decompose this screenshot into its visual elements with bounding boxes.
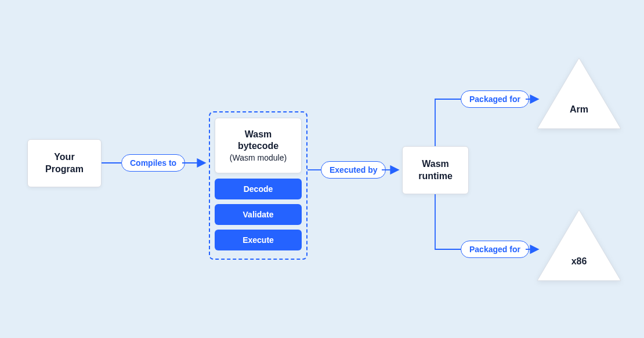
text: Program	[45, 163, 84, 176]
text: Packaged for	[469, 95, 520, 104]
edge-packaged-for-x86: Packaged for	[461, 241, 529, 258]
edge-compiles-to: Compiles to	[121, 154, 185, 172]
svg-marker-0	[537, 58, 621, 129]
node-wasm-bytecode: Wasm bytecode (Wasm module)	[215, 118, 302, 173]
text: runtime	[418, 170, 453, 183]
node-target-arm	[535, 56, 623, 133]
text: Your	[54, 151, 74, 163]
text-x86: x86	[556, 256, 602, 267]
step-validate: Validate	[215, 204, 302, 225]
edge-packaged-for-arm: Packaged for	[461, 90, 529, 108]
text: Execute	[243, 235, 274, 245]
text: Validate	[243, 210, 274, 219]
text: (Wasm module)	[230, 153, 287, 162]
text: Wasm	[422, 158, 449, 170]
text-arm: Arm	[556, 104, 602, 115]
step-decode: Decode	[215, 179, 302, 199]
svg-marker-1	[537, 210, 621, 281]
text: Executed by	[330, 165, 377, 175]
text: Packaged for	[469, 245, 520, 254]
node-your-program: Your Program	[27, 139, 102, 187]
text: Decode	[244, 184, 273, 194]
node-wasm-runtime: Wasm runtime	[402, 146, 469, 194]
edge-executed-by: Executed by	[321, 161, 386, 179]
text: bytecode	[238, 140, 278, 152]
node-target-x86	[535, 208, 623, 285]
step-execute: Execute	[215, 230, 302, 250]
text: Compiles to	[130, 158, 176, 168]
text: Wasm	[245, 129, 272, 140]
